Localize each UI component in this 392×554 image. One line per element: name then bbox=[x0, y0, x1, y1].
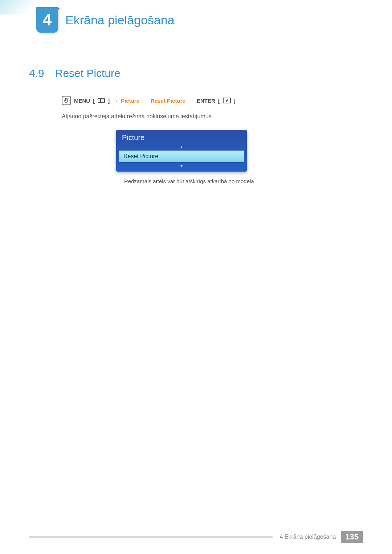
page-footer: 4 Ekrāna pielāgošana 135 bbox=[29, 531, 363, 543]
note-content: Redzamais attēls var būt atšķirīgs atkar… bbox=[124, 178, 256, 184]
menu-path: MENU [ ] → Picture → Reset Picture → ENT… bbox=[62, 96, 363, 105]
menu-icon bbox=[98, 98, 105, 103]
enter-label: ENTER bbox=[197, 98, 215, 104]
arrow-2: → bbox=[142, 98, 148, 104]
osd-up-arrow-icon: ▲ bbox=[116, 144, 247, 150]
note-text: Redzamais attēls var būt atšķirīgs atkar… bbox=[116, 178, 363, 184]
menu-label: MENU bbox=[74, 98, 90, 104]
osd-item-reset-picture: Reset Picture bbox=[119, 151, 244, 162]
path-step-picture: Picture bbox=[121, 98, 139, 104]
arrow-3: → bbox=[188, 98, 194, 104]
enter-icon: ↲ bbox=[223, 98, 231, 103]
bracket-open-2: [ bbox=[218, 98, 220, 104]
section-number: 4.9 bbox=[29, 67, 44, 79]
osd-panel: Picture ▲ Reset Picture ▼ bbox=[116, 130, 247, 172]
path-step-reset-picture: Reset Picture bbox=[151, 98, 185, 104]
bracket-close-1: ] bbox=[108, 98, 110, 104]
footer-chapter-label: 4 Ekrāna pielāgošana bbox=[280, 534, 336, 540]
chapter-title: Ekrāna pielāgošana bbox=[65, 13, 175, 27]
section-title: Reset Picture bbox=[55, 67, 121, 79]
bracket-open-1: [ bbox=[93, 98, 95, 104]
arrow-1: → bbox=[113, 98, 118, 104]
page-number: 135 bbox=[341, 531, 363, 543]
bracket-close-2: ] bbox=[234, 98, 236, 104]
note-dash-icon bbox=[116, 182, 121, 182]
hand-icon bbox=[62, 96, 71, 105]
header-gradient bbox=[0, 0, 36, 15]
section-container: 4.9 Reset Picture MENU [ ] → Picture → R… bbox=[29, 67, 363, 184]
section-heading: 4.9 Reset Picture bbox=[29, 67, 363, 79]
osd-header: Picture bbox=[116, 130, 247, 144]
chapter-header: 4 Ekrāna pielāgošana bbox=[36, 7, 175, 33]
osd-down-arrow-icon: ▼ bbox=[116, 163, 247, 169]
chapter-number-badge: 4 bbox=[36, 7, 58, 33]
footer-bar bbox=[29, 536, 273, 538]
description-text: Atjauno pašreizējā attēlu režīma noklusē… bbox=[62, 113, 363, 120]
